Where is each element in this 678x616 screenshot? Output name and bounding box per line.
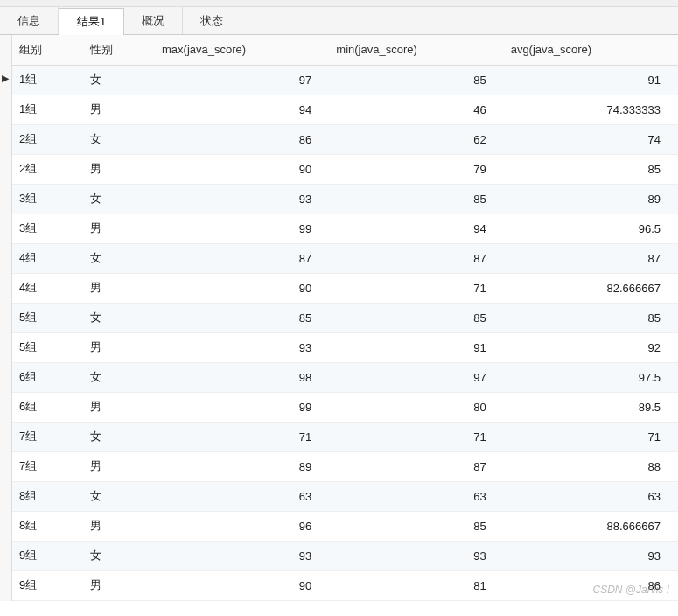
cell-avg[interactable]: 63 (504, 481, 678, 511)
cell-avg[interactable]: 87 (504, 243, 678, 273)
table-row[interactable]: 6组男998089.5 (0, 392, 678, 422)
table-row[interactable]: 4组男907182.666667 (0, 273, 678, 303)
cell-gender[interactable]: 男 (83, 273, 155, 303)
cell-avg[interactable]: 89 (504, 184, 678, 214)
table-row[interactable]: 4组女878787 (0, 243, 678, 273)
cell-group[interactable]: 3组 (0, 214, 83, 243)
cell-max[interactable]: 90 (155, 570, 329, 600)
cell-avg[interactable]: 93 (504, 541, 678, 570)
cell-max[interactable]: 98 (155, 362, 329, 392)
cell-min[interactable]: 71 (329, 273, 503, 303)
table-row[interactable]: 7组女717171 (0, 422, 678, 452)
cell-gender[interactable]: 女 (83, 124, 155, 154)
cell-avg[interactable]: 85 (504, 303, 678, 332)
cell-group[interactable]: 5组 (0, 332, 83, 362)
tab-status[interactable]: 状态 (183, 7, 241, 34)
cell-max[interactable]: 87 (155, 243, 329, 273)
cell-max[interactable]: 93 (155, 184, 329, 214)
table-row[interactable]: 8组男968588.666667 (0, 511, 678, 541)
cell-avg[interactable]: 74.333333 (504, 94, 678, 124)
cell-group[interactable]: 9组 (0, 570, 83, 600)
cell-avg[interactable]: 71 (504, 422, 678, 452)
cell-max[interactable]: 86 (155, 124, 329, 154)
cell-group[interactable]: 1组 (0, 65, 83, 94)
cell-min[interactable]: 87 (329, 243, 503, 273)
cell-gender[interactable]: 女 (83, 184, 155, 214)
cell-gender[interactable]: 男 (83, 332, 155, 362)
table-row[interactable]: 9组男908186 (0, 570, 678, 600)
cell-group[interactable]: 9组 (0, 541, 83, 570)
cell-min[interactable]: 80 (329, 392, 503, 422)
cell-gender[interactable]: 女 (83, 541, 155, 570)
cell-group[interactable]: 4组 (0, 243, 83, 273)
cell-group[interactable]: 2组 (0, 154, 83, 184)
cell-group[interactable]: 2组 (0, 124, 83, 154)
cell-avg[interactable]: 74 (504, 124, 678, 154)
cell-min[interactable]: 71 (329, 422, 503, 452)
table-row[interactable]: 3组男999496.5 (0, 214, 678, 243)
cell-min[interactable]: 63 (329, 481, 503, 511)
cell-min[interactable]: 85 (329, 184, 503, 214)
table-row[interactable]: 8组女636363 (0, 481, 678, 511)
cell-min[interactable]: 87 (329, 452, 503, 481)
col-header-avg[interactable]: avg(java_score) (504, 35, 678, 65)
col-header-group[interactable]: 组别 (0, 35, 83, 65)
cell-gender[interactable]: 女 (83, 243, 155, 273)
cell-min[interactable]: 97 (329, 362, 503, 392)
cell-max[interactable]: 99 (155, 392, 329, 422)
col-header-min[interactable]: min(java_score) (329, 35, 503, 65)
cell-min[interactable]: 85 (329, 65, 503, 94)
cell-max[interactable]: 90 (155, 154, 329, 184)
cell-group[interactable]: 6组 (0, 362, 83, 392)
cell-avg[interactable]: 96.5 (504, 214, 678, 243)
cell-max[interactable]: 90 (155, 273, 329, 303)
table-row[interactable]: 3组女938589 (0, 184, 678, 214)
cell-gender[interactable]: 男 (83, 570, 155, 600)
table-row[interactable]: 1组女978591 (0, 65, 678, 94)
tab-result1[interactable]: 结果1 (59, 8, 124, 35)
cell-min[interactable]: 79 (329, 154, 503, 184)
cell-max[interactable]: 99 (155, 214, 329, 243)
table-row[interactable]: 2组女866274 (0, 124, 678, 154)
cell-max[interactable]: 85 (155, 303, 329, 332)
cell-gender[interactable]: 女 (83, 362, 155, 392)
cell-max[interactable]: 89 (155, 452, 329, 481)
table-row[interactable]: 9组女939393 (0, 541, 678, 570)
cell-gender[interactable]: 女 (83, 65, 155, 94)
cell-max[interactable]: 96 (155, 511, 329, 541)
cell-gender[interactable]: 男 (83, 154, 155, 184)
cell-max[interactable]: 94 (155, 94, 329, 124)
cell-gender[interactable]: 女 (83, 481, 155, 511)
cell-group[interactable]: 8组 (0, 481, 83, 511)
cell-avg[interactable]: 85 (504, 154, 678, 184)
table-row[interactable]: 6组女989797.5 (0, 362, 678, 392)
cell-min[interactable]: 46 (329, 94, 503, 124)
cell-min[interactable]: 91 (329, 332, 503, 362)
cell-avg[interactable]: 97.5 (504, 362, 678, 392)
cell-group[interactable]: 1组 (0, 94, 83, 124)
cell-min[interactable]: 81 (329, 570, 503, 600)
cell-group[interactable]: 4组 (0, 273, 83, 303)
cell-min[interactable]: 85 (329, 303, 503, 332)
table-row[interactable]: 1组男944674.333333 (0, 94, 678, 124)
cell-group[interactable]: 3组 (0, 184, 83, 214)
table-row[interactable]: 5组女858585 (0, 303, 678, 332)
table-row[interactable]: 7组男898788 (0, 452, 678, 481)
col-header-gender[interactable]: 性别 (83, 35, 155, 65)
cell-group[interactable]: 6组 (0, 392, 83, 422)
cell-max[interactable]: 93 (155, 541, 329, 570)
cell-avg[interactable]: 89.5 (504, 392, 678, 422)
cell-avg[interactable]: 92 (504, 332, 678, 362)
cell-gender[interactable]: 男 (83, 94, 155, 124)
cell-min[interactable]: 85 (329, 511, 503, 541)
tab-overview[interactable]: 概况 (124, 7, 183, 34)
cell-group[interactable]: 7组 (0, 422, 83, 452)
cell-gender[interactable]: 男 (83, 452, 155, 481)
cell-gender[interactable]: 男 (83, 214, 155, 243)
table-row[interactable]: 2组男907985 (0, 154, 678, 184)
cell-gender[interactable]: 女 (83, 422, 155, 452)
cell-group[interactable]: 8组 (0, 511, 83, 541)
cell-max[interactable]: 97 (155, 65, 329, 94)
cell-min[interactable]: 62 (329, 124, 503, 154)
cell-min[interactable]: 94 (329, 214, 503, 243)
